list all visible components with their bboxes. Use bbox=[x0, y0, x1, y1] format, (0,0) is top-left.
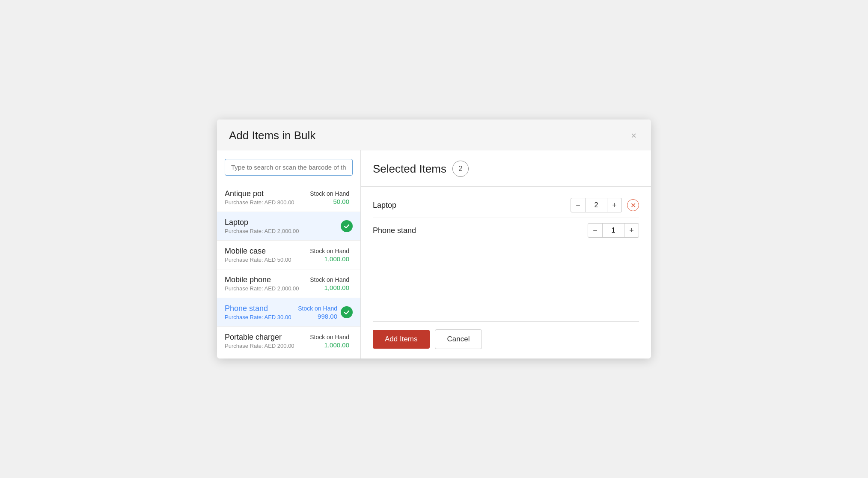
item-info: Mobile case Purchase Rate: AED 50.00 bbox=[225, 247, 310, 263]
check-icon bbox=[341, 220, 353, 232]
qty-control: − + bbox=[571, 198, 622, 212]
selected-item-name: Phone stand bbox=[373, 226, 588, 235]
selected-items-title: Selected Items bbox=[373, 162, 446, 176]
stock-label: Stock on Hand bbox=[298, 305, 337, 312]
list-item[interactable]: Mobile case Purchase Rate: AED 50.00 Sto… bbox=[217, 241, 360, 269]
qty-decrease-button[interactable]: − bbox=[588, 223, 602, 238]
stock-label: Stock on Hand bbox=[310, 248, 349, 254]
close-icon[interactable]: × bbox=[628, 130, 639, 141]
item-purchase: Purchase Rate: AED 200.00 bbox=[225, 343, 310, 349]
stock-label: Stock on Hand bbox=[310, 190, 349, 197]
stock-label: Stock on Hand bbox=[310, 334, 349, 341]
right-header: Selected Items 2 bbox=[373, 161, 639, 177]
modal: Add Items in Bulk × Antique pot Purchase… bbox=[217, 120, 651, 358]
item-stock: Stock on Hand 1,000.00 bbox=[310, 334, 349, 349]
left-panel: Antique pot Purchase Rate: AED 800.00 St… bbox=[217, 150, 361, 358]
item-stock: Stock on Hand 1,000.00 bbox=[310, 248, 349, 263]
list-item[interactable]: Mobile phone Purchase Rate: AED 2,000.00… bbox=[217, 269, 360, 298]
right-panel: Selected Items 2 Laptop − + ✕ Phone stan… bbox=[361, 150, 651, 358]
search-wrapper bbox=[217, 159, 360, 183]
modal-header: Add Items in Bulk × bbox=[217, 120, 651, 150]
stock-label: Stock on Hand bbox=[310, 276, 349, 283]
add-items-button[interactable]: Add Items bbox=[373, 330, 430, 349]
item-info: Antique pot Purchase Rate: AED 800.00 bbox=[225, 189, 310, 206]
remove-item-button[interactable]: ✕ bbox=[627, 199, 639, 211]
list-item[interactable]: Phone stand Purchase Rate: AED 30.00 Sto… bbox=[217, 298, 360, 327]
stock-value: 1,000.00 bbox=[310, 284, 349, 291]
stock-value: 50.00 bbox=[310, 198, 349, 205]
item-list: Antique pot Purchase Rate: AED 800.00 St… bbox=[217, 183, 360, 358]
item-info: Portable charger Purchase Rate: AED 200.… bbox=[225, 333, 310, 349]
item-purchase: Purchase Rate: AED 30.00 bbox=[225, 314, 298, 320]
item-info: Laptop Purchase Rate: AED 2,000.00 bbox=[225, 218, 341, 234]
check-icon bbox=[341, 306, 353, 318]
list-item[interactable]: Antique pot Purchase Rate: AED 800.00 St… bbox=[217, 183, 360, 212]
item-name: Portable charger bbox=[225, 333, 310, 342]
stock-value: 998.00 bbox=[298, 313, 337, 320]
qty-control: − + bbox=[588, 223, 639, 238]
item-stock: Stock on Hand 998.00 bbox=[298, 305, 337, 320]
qty-decrease-button[interactable]: − bbox=[571, 198, 585, 212]
selected-items-list: Laptop − + ✕ Phone stand − + bbox=[373, 187, 639, 321]
item-info: Phone stand Purchase Rate: AED 30.00 bbox=[225, 304, 298, 320]
item-name: Laptop bbox=[225, 218, 341, 227]
stock-value: 1,000.00 bbox=[310, 255, 349, 263]
selected-item-name: Laptop bbox=[373, 201, 571, 210]
stock-value: 1,000.00 bbox=[310, 341, 349, 349]
qty-input[interactable] bbox=[585, 198, 607, 212]
qty-increase-button[interactable]: + bbox=[607, 198, 622, 212]
item-purchase: Purchase Rate: AED 2,000.00 bbox=[225, 228, 341, 234]
list-item[interactable]: Laptop Purchase Rate: AED 2,000.00 bbox=[217, 212, 360, 241]
modal-body: Antique pot Purchase Rate: AED 800.00 St… bbox=[217, 150, 651, 358]
list-item[interactable]: Portable charger Purchase Rate: AED 200.… bbox=[217, 327, 360, 355]
selected-count-badge: 2 bbox=[452, 161, 469, 177]
selected-item-row: Phone stand − + bbox=[373, 218, 639, 243]
item-purchase: Purchase Rate: AED 800.00 bbox=[225, 199, 310, 206]
item-purchase: Purchase Rate: AED 50.00 bbox=[225, 257, 310, 263]
item-stock: Stock on Hand 1,000.00 bbox=[310, 276, 349, 291]
item-name: Mobile case bbox=[225, 247, 310, 256]
item-stock: Stock on Hand 50.00 bbox=[310, 190, 349, 205]
item-name: Mobile phone bbox=[225, 275, 310, 284]
cancel-button[interactable]: Cancel bbox=[435, 329, 482, 349]
modal-title: Add Items in Bulk bbox=[229, 129, 315, 142]
qty-input[interactable] bbox=[602, 223, 624, 238]
selected-item-row: Laptop − + ✕ bbox=[373, 193, 639, 218]
item-info: Mobile phone Purchase Rate: AED 2,000.00 bbox=[225, 275, 310, 292]
footer: Add Items Cancel bbox=[373, 321, 639, 358]
qty-increase-button[interactable]: + bbox=[624, 223, 639, 238]
search-input[interactable] bbox=[225, 159, 353, 176]
item-purchase: Purchase Rate: AED 2,000.00 bbox=[225, 285, 310, 292]
item-name: Phone stand bbox=[225, 304, 298, 313]
item-name: Antique pot bbox=[225, 189, 310, 198]
